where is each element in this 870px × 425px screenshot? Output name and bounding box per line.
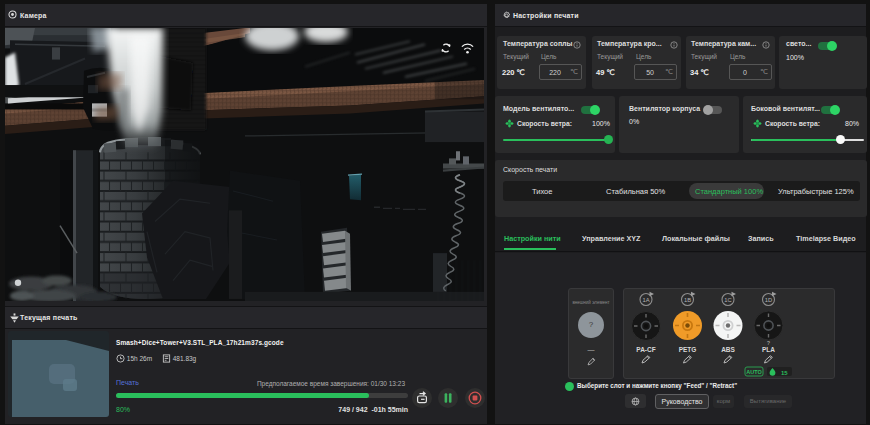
svg-text:AUTO: AUTO — [746, 369, 762, 375]
svg-text:PETG: PETG — [679, 346, 697, 353]
svg-text:1D: 1D — [765, 297, 772, 303]
svg-text:15: 15 — [781, 370, 788, 376]
svg-text:ABS: ABS — [721, 346, 735, 353]
svg-text:1C: 1C — [724, 297, 731, 303]
svg-text:PA-CF: PA-CF — [636, 346, 655, 353]
svg-text:1B: 1B — [684, 297, 691, 303]
svg-text:1A: 1A — [642, 297, 649, 303]
svg-text:PLA: PLA — [762, 346, 775, 353]
